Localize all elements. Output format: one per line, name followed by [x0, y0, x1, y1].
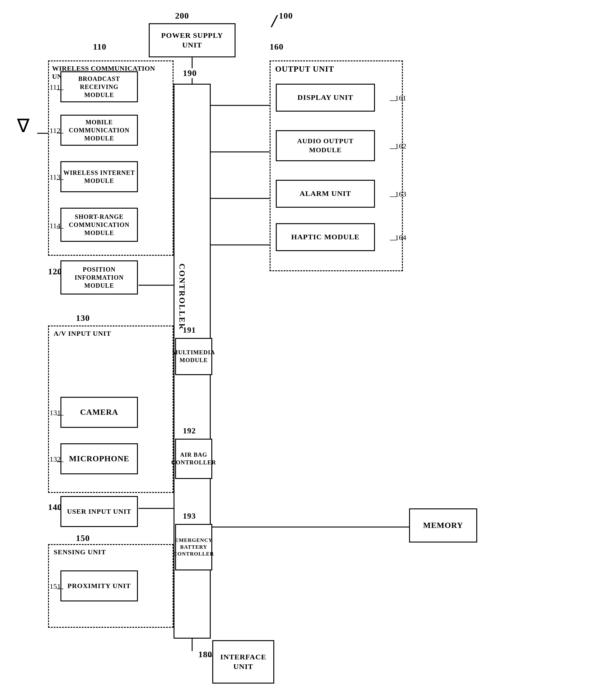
dash-114: —	[57, 224, 63, 232]
antenna-symbol: ∇	[17, 115, 30, 137]
label-162: 162	[395, 142, 406, 150]
label-200: 200	[175, 11, 189, 21]
label-190: 190	[183, 68, 197, 78]
box-short-range: SHORT-RANGE COMMUNICATION MODULE	[60, 208, 138, 242]
label-160: 160	[270, 42, 284, 52]
label-192: 192	[183, 426, 196, 436]
dash-161: —	[390, 96, 397, 104]
label-193: 193	[183, 512, 196, 521]
box-camera: CAMERA	[60, 397, 138, 428]
box-airbag: AIR BAG CONTROLLER	[175, 439, 212, 479]
diagram: ∇ 200 POWER SUPPLY UNIT 100 ╱ 110 WIRELE…	[0, 0, 608, 700]
label-controller: CONTROLLER	[177, 263, 187, 330]
box-wireless-internet: WIRELESS INTERNET MODULE	[60, 161, 138, 192]
label-av-input: A/V INPUT UNIT	[54, 330, 111, 337]
dash-131: —	[57, 411, 63, 419]
box-memory: MEMORY	[409, 509, 477, 542]
box-mobile: MOBILE COMMUNICATION MODULE	[60, 115, 138, 146]
dash-113: —	[57, 175, 63, 183]
box-microphone: MICROPHONE	[60, 443, 138, 474]
box-multimedia: MULTIMEDIA MODULE	[175, 338, 212, 375]
box-audio-output: AUDIO OUTPUT MODULE	[276, 130, 375, 161]
label-100: 100	[279, 11, 293, 21]
box-position-info: POSITION INFORMATION MODULE	[60, 260, 138, 295]
label-130: 130	[76, 313, 90, 323]
box-broadcast: BROADCAST RECEIVING MODULE	[60, 71, 138, 102]
dash-111: —	[57, 85, 63, 93]
dash-162: —	[390, 144, 397, 152]
box-user-input: USER INPUT UNIT	[60, 496, 138, 527]
dash-164: —	[390, 236, 397, 244]
label-150: 150	[76, 533, 90, 543]
box-interface: INTERFACE UNIT	[212, 640, 274, 684]
box-display: DISPLAY UNIT	[276, 84, 375, 112]
label-164: 164	[395, 234, 406, 242]
box-emergency: EMERGENCY BATTERY CONTROLLER	[175, 524, 212, 570]
box-alarm: ALARM UNIT	[276, 180, 375, 208]
dash-151: —	[57, 584, 63, 592]
label-output-unit: OUTPUT UNIT	[275, 65, 334, 74]
dash-163: —	[390, 192, 397, 200]
label-161: 161	[395, 94, 406, 102]
label-110: 110	[93, 42, 106, 52]
box-proximity: PROXIMITY UNIT	[60, 570, 138, 602]
label-163: 163	[395, 190, 406, 198]
slash-100: ╱	[271, 16, 277, 27]
dash-132: —	[57, 457, 63, 465]
label-sensing: SENSING UNIT	[54, 548, 106, 556]
dash-112: —	[57, 129, 63, 137]
label-191: 191	[183, 326, 196, 335]
box-power-supply: POWER SUPPLY UNIT	[149, 23, 235, 57]
box-haptic: HAPTIC MODULE	[276, 223, 375, 251]
